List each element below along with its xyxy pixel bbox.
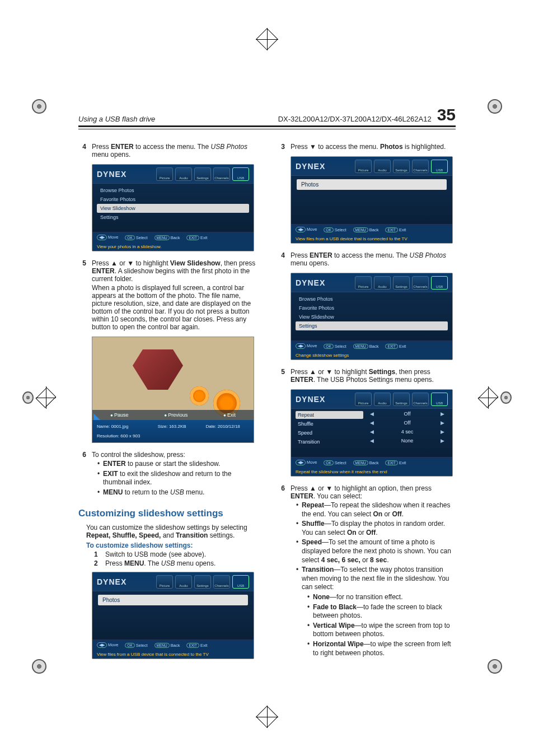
menu-item: Favorite Photos <box>97 195 249 204</box>
menu-item-photos: Photos <box>98 595 248 605</box>
brand-logo: DYNEX <box>97 577 127 586</box>
osd-usb-photos-menu: DYNEX Picture Audio Settings Channels US… <box>92 164 254 251</box>
setting-transition: Transition <box>296 438 363 446</box>
brand-logo: DYNEX <box>97 170 127 179</box>
tab-usb: USB <box>232 167 249 181</box>
osd-usb-root-menu: DYNEX Picture Audio Settings Channels US… <box>291 156 453 244</box>
hint-exit: EXITExit <box>186 235 207 240</box>
menu-item: Browse Photos <box>97 186 249 195</box>
tab-settings: Settings <box>194 167 211 181</box>
step-number: 6 <box>277 484 285 659</box>
menu-item-selected: Settings <box>296 321 448 330</box>
osd-usb-photos-menu: DYNEX Picture Audio Settings Channels US… <box>291 273 453 360</box>
menu-item: Favorite Photos <box>296 304 448 312</box>
osd-slideshow-settings: DYNEX Picture Audio Settings Channels US… <box>291 389 453 477</box>
step-number: 3 <box>277 143 285 152</box>
setting-transition-value: None <box>381 438 433 446</box>
step-number: 4 <box>78 143 86 160</box>
osd-description: Repeat the slideshow when it reaches the… <box>291 468 452 476</box>
step-text: Press MENU. The USB menu opens. <box>105 559 216 567</box>
menu-item: Browse Photos <box>296 295 448 304</box>
setting-shuffle: Shuffle <box>296 420 363 428</box>
step-text: To control the slideshow, press: ENTER t… <box>92 451 257 498</box>
photo-resolution: 600 x 903 <box>120 433 140 438</box>
step-text: Press ▲ or ▼ to highlight Settings, then… <box>291 368 456 385</box>
osd-description: Change slideshow settings <box>291 351 452 360</box>
tab-audio: Audio <box>175 167 192 181</box>
tab-channels: Channels <box>213 167 230 181</box>
page-number: 35 <box>437 106 456 123</box>
step-number: 5 <box>277 368 285 385</box>
osd-description: View files from a USB device that is con… <box>92 650 254 659</box>
btn-pause: Pause <box>110 412 129 418</box>
step-text: Press ▲ or ▼ to highlight an option, the… <box>291 484 456 659</box>
setting-speed: Speed <box>296 429 363 437</box>
setting-shuffle-value: Off <box>381 420 433 428</box>
slideshow-preview: Pause Previous Exit Name: 0001.jpg Size:… <box>92 337 254 443</box>
running-head-models: DX-32L200A12/DX-37L200A12/DX-46L262A12 <box>278 115 432 123</box>
osd-description: View files from a USB device that is con… <box>291 235 452 243</box>
step-text: Press ▼ to access the menu. Photos is hi… <box>291 143 456 152</box>
photo-name: 0001.jpg <box>111 424 129 429</box>
osd-usb-root-menu: DYNEX Picture Audio Settings Channels US… <box>92 572 254 659</box>
hint-back: MENUBack <box>154 235 180 240</box>
section-intro: You can customize the slideshow settings… <box>86 524 257 539</box>
photo-date: 2010/12/18 <box>218 424 240 429</box>
hint-select: OKSelect <box>125 235 147 240</box>
running-head-left: Using a USB flash drive <box>78 115 155 123</box>
step-number: 6 <box>78 451 86 498</box>
step-text: Switch to USB mode (see above). <box>105 550 206 558</box>
btn-exit: Exit <box>223 412 236 418</box>
step-number: 4 <box>277 251 285 268</box>
menu-item-photos: Photos <box>297 179 447 190</box>
photo-size: 163.2KB <box>169 424 186 429</box>
section-heading: Customizing slideshow settings <box>78 508 257 519</box>
tab-picture: Picture <box>156 167 173 181</box>
step-text: Press ENTER to access the menu. The USB … <box>92 143 257 160</box>
btn-previous: Previous <box>164 412 188 418</box>
menu-item: View Slideshow <box>296 312 448 321</box>
step-text: Press ▲ or ▼ to highlight View Slideshow… <box>92 259 257 332</box>
menu-item-selected: View Slideshow <box>97 204 249 213</box>
setting-speed-value: 4 sec <box>381 429 433 437</box>
osd-description: View your photos in a slideshow. <box>92 242 254 251</box>
setting-repeat: Repeat <box>296 411 363 419</box>
hint-move: ◀▶Move <box>97 235 118 240</box>
step-number: 5 <box>78 259 86 332</box>
step-text: Press ENTER to access the menu. The USB … <box>291 251 456 268</box>
procedure-heading: To customize slideshow settings: <box>86 542 257 549</box>
setting-repeat-value: Off <box>381 411 433 419</box>
menu-item: Settings <box>97 213 249 222</box>
